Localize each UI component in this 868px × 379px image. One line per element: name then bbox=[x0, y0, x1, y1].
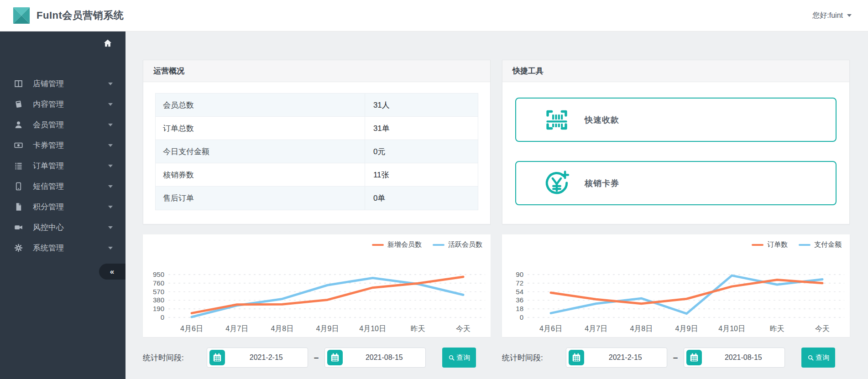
calendar-icon[interactable] bbox=[327, 350, 343, 365]
legend-item[interactable]: 支付金额 bbox=[799, 241, 842, 248]
overview-panel: 运营概况 会员总数 31人 订单总数 31单 今日支付金额 0元 核销券数 11… bbox=[143, 60, 491, 224]
points-file-icon bbox=[14, 202, 23, 212]
sidebar-item-3[interactable]: 会员管理 bbox=[0, 114, 125, 135]
start-date-value: 2021-2-15 bbox=[584, 353, 667, 362]
calendar-icon[interactable] bbox=[209, 350, 225, 365]
sidebar-item-8[interactable]: 风控中心 bbox=[0, 217, 125, 238]
sidebar-collapse-button[interactable]: « bbox=[99, 264, 125, 280]
end-date-input[interactable]: 2021-08-15 bbox=[324, 348, 426, 368]
book-icon bbox=[14, 99, 23, 109]
quick-tool-button[interactable]: 快速收款 bbox=[515, 98, 837, 142]
chart-legend: 订单数 支付金额 bbox=[502, 234, 850, 248]
orders-line-chart: 018365472904月6日4月7日4月8日4月9日4月10日昨天今天 bbox=[502, 248, 850, 337]
svg-text:4月6日: 4月6日 bbox=[539, 325, 562, 332]
svg-text:54: 54 bbox=[516, 288, 523, 296]
stat-value: 0单 bbox=[365, 187, 478, 210]
calendar-icon[interactable] bbox=[569, 350, 584, 365]
sidebar-item-5[interactable]: 订单管理 bbox=[0, 156, 125, 176]
orders-chart-card: 订单数 支付金额 018365472904月6日4月7日4月8日4月9日4月10… bbox=[502, 234, 850, 337]
svg-text:18: 18 bbox=[516, 305, 523, 312]
search-button-label: 查询 bbox=[816, 353, 829, 362]
settings-gear-icon bbox=[14, 243, 23, 253]
app-root: FuInt会员营销系统 您好:fuint 店铺管理 内容管理 会员管理 卡券管理… bbox=[0, 0, 868, 379]
stat-value: 31人 bbox=[365, 93, 478, 116]
user-menu[interactable]: 您好:fuint bbox=[812, 11, 852, 21]
svg-text:190: 190 bbox=[153, 305, 164, 312]
sidebar-item-2[interactable]: 内容管理 bbox=[0, 94, 125, 114]
yen-plus-icon bbox=[544, 170, 570, 197]
app-logo-icon bbox=[13, 7, 30, 24]
sidebar-item-label: 积分管理 bbox=[33, 202, 108, 212]
svg-text:760: 760 bbox=[153, 279, 164, 287]
svg-text:570: 570 bbox=[153, 288, 164, 296]
quick-tool-label: 快速收款 bbox=[585, 114, 619, 125]
stat-label: 订单总数 bbox=[156, 117, 365, 140]
svg-text:4月8日: 4月8日 bbox=[630, 325, 653, 332]
sms-icon bbox=[14, 182, 23, 191]
sidebar-item-4[interactable]: 卡券管理 bbox=[0, 135, 125, 156]
table-row: 核销券数 11张 bbox=[156, 163, 478, 187]
search-button-label: 查询 bbox=[456, 353, 470, 362]
start-date-value: 2021-2-15 bbox=[225, 353, 308, 362]
calendar-icon[interactable] bbox=[686, 350, 702, 365]
risk-camera-icon bbox=[14, 223, 23, 232]
overview-panel-title: 运营概况 bbox=[153, 66, 184, 76]
stat-label: 售后订单 bbox=[156, 187, 365, 210]
caret-down-icon bbox=[108, 144, 113, 147]
content-area: 运营概况 会员总数 31人 订单总数 31单 今日支付金额 0元 核销券数 11… bbox=[125, 31, 868, 379]
sidebar-item-label: 内容管理 bbox=[33, 99, 108, 109]
home-icon bbox=[103, 38, 113, 48]
calendar-icon bbox=[689, 352, 700, 363]
caret-down-icon bbox=[108, 83, 113, 85]
legend-item[interactable]: 活跃会员数 bbox=[433, 241, 482, 248]
chart-legend: 新增会员数 活跃会员数 bbox=[143, 234, 491, 248]
overview-panel-header: 运营概况 bbox=[143, 60, 490, 82]
date-range-separator: – bbox=[673, 353, 678, 363]
sidebar-home-button[interactable] bbox=[0, 31, 125, 55]
start-date-input[interactable]: 2021-2-15 bbox=[207, 348, 308, 368]
svg-text:昨天: 昨天 bbox=[770, 325, 784, 332]
sidebar-item-6[interactable]: 短信管理 bbox=[0, 176, 125, 197]
stat-label: 今日支付金额 bbox=[156, 140, 365, 163]
quick-tools-body: 快速收款 核销卡券 bbox=[502, 82, 849, 224]
store-icon bbox=[14, 79, 23, 88]
user-greeting: 您好:fuint bbox=[812, 11, 843, 21]
sidebar-item-9[interactable]: 系统管理 bbox=[0, 238, 125, 258]
legend-item[interactable]: 订单数 bbox=[752, 241, 788, 248]
overview-panel-body: 会员总数 31人 订单总数 31单 今日支付金额 0元 核销券数 11张 售后订… bbox=[143, 82, 490, 224]
caret-down-icon bbox=[108, 247, 113, 249]
sidebar: 店铺管理 内容管理 会员管理 卡券管理 订单管理 短信管理 积分管理 风控中心 bbox=[0, 31, 125, 379]
svg-text:90: 90 bbox=[516, 270, 523, 278]
search-button[interactable]: 查询 bbox=[442, 348, 476, 368]
caret-down-icon bbox=[108, 206, 113, 208]
svg-text:4月9日: 4月9日 bbox=[316, 325, 339, 332]
quick-tool-button[interactable]: 核销卡券 bbox=[515, 161, 837, 205]
quick-tools-panel: 快捷工具 快速收款 核销卡券 bbox=[502, 60, 850, 224]
caret-down-icon bbox=[108, 185, 113, 188]
sidebar-item-7[interactable]: 积分管理 bbox=[0, 197, 125, 217]
svg-text:4月10日: 4月10日 bbox=[359, 325, 386, 332]
date-range-separator: – bbox=[314, 353, 319, 363]
quick-tool-label: 核销卡券 bbox=[585, 178, 619, 189]
legend-item[interactable]: 新增会员数 bbox=[372, 241, 422, 248]
table-row: 今日支付金额 0元 bbox=[156, 140, 478, 163]
sidebar-item-label: 风控中心 bbox=[33, 222, 108, 233]
sidebar-item-label: 卡券管理 bbox=[33, 140, 108, 151]
sidebar-item-1[interactable]: 店铺管理 bbox=[0, 73, 125, 94]
svg-text:72: 72 bbox=[516, 279, 523, 287]
svg-text:4月7日: 4月7日 bbox=[585, 325, 607, 332]
coupon-icon bbox=[14, 140, 23, 150]
sidebar-item-label: 会员管理 bbox=[33, 119, 108, 130]
quick-tools-panel-header: 快捷工具 bbox=[502, 60, 849, 82]
svg-text:4月9日: 4月9日 bbox=[675, 325, 698, 332]
svg-text:36: 36 bbox=[516, 296, 523, 304]
overview-stats-table: 会员总数 31人 订单总数 31单 今日支付金额 0元 核销券数 11张 售后订… bbox=[155, 93, 478, 210]
svg-text:950: 950 bbox=[153, 270, 164, 278]
legend-line-marker bbox=[799, 244, 810, 246]
start-date-input[interactable]: 2021-2-15 bbox=[566, 348, 667, 368]
search-button[interactable]: 查询 bbox=[801, 348, 835, 368]
members-line-chart: 01903805707609504月6日4月7日4月8日4月9日4月10日昨天今… bbox=[143, 248, 491, 337]
svg-text:4月7日: 4月7日 bbox=[225, 325, 248, 332]
stat-label: 核销券数 bbox=[156, 163, 365, 186]
end-date-input[interactable]: 2021-08-15 bbox=[684, 348, 785, 368]
